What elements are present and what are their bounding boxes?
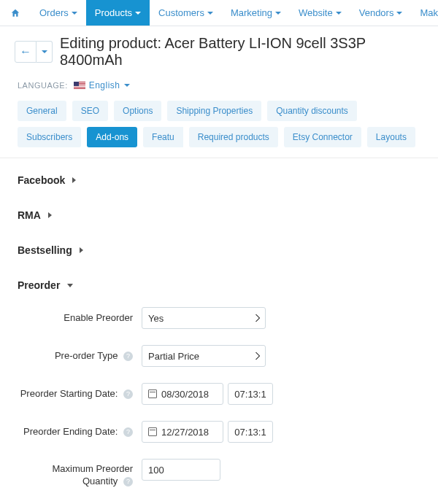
- nav-vendors[interactable]: Vendors: [350, 0, 412, 26]
- row-enable-preorder: Enable Preorder Yes: [18, 307, 420, 329]
- end-date-label: Preorder Ending Date: ?: [18, 426, 142, 438]
- home-icon: [10, 8, 20, 18]
- page-title: Editing product: Acer Battery LI-ION 9ce…: [60, 35, 423, 69]
- section-title: Facebook: [18, 174, 65, 186]
- nav-label: Make An Offer: [420, 7, 438, 18]
- language-label: LANGUAGE:: [18, 81, 68, 90]
- preorder-form: Enable Preorder Yes Pre-order Type ? Par…: [18, 303, 420, 504]
- nav-home[interactable]: [0, 0, 31, 26]
- section-bestselling[interactable]: Bestselling: [18, 233, 420, 268]
- tab-features[interactable]: Featu: [143, 127, 183, 147]
- preorder-type-label: Pre-order Type ?: [18, 350, 142, 363]
- end-date-input[interactable]: 12/27/2018: [142, 421, 223, 443]
- tab-etsy[interactable]: Etsy Connector: [284, 127, 361, 147]
- tab-options[interactable]: Options: [114, 101, 161, 121]
- caret-icon: [72, 12, 77, 15]
- section-preorder[interactable]: Preorder: [18, 268, 420, 303]
- help-icon[interactable]: ?: [123, 352, 133, 361]
- language-value: English: [89, 80, 120, 90]
- sections: Facebook RMA Bestselling Preorder Enable…: [0, 158, 438, 504]
- language-row: LANGUAGE: English: [0, 69, 438, 101]
- nav-label: Products: [95, 7, 132, 18]
- nav-marketing[interactable]: Marketing: [222, 0, 290, 26]
- caret-icon: [207, 12, 213, 15]
- nav-label: Customers: [158, 7, 204, 18]
- page-header: ← Editing product: Acer Battery LI-ION 9…: [0, 26, 438, 69]
- nav-label: Orders: [39, 7, 69, 18]
- tab-subscribers[interactable]: Subscribers: [18, 127, 81, 147]
- flag-us-icon: [74, 82, 85, 90]
- nav-customers[interactable]: Customers: [150, 0, 222, 26]
- date-value: 12/27/2018: [161, 427, 209, 438]
- top-nav: Orders Products Customers Marketing Webs…: [0, 0, 438, 26]
- nav-make-offer[interactable]: Make An Offer: [411, 0, 438, 26]
- section-title: RMA: [18, 209, 41, 221]
- max-qty-label: Maximum Preorder Quantity ?: [18, 459, 142, 488]
- end-time-input[interactable]: [228, 421, 273, 443]
- nav-label: Website: [299, 7, 333, 18]
- section-facebook[interactable]: Facebook: [18, 163, 420, 198]
- chevron-right-icon: [80, 247, 83, 253]
- arrow-left-icon: ←: [20, 45, 31, 58]
- back-button-group: ←: [15, 41, 53, 63]
- language-select[interactable]: English: [74, 80, 130, 90]
- tab-shipping[interactable]: Shipping Properties: [167, 101, 261, 121]
- preorder-type-select[interactable]: Partial Price: [142, 345, 266, 367]
- row-end-date: Preorder Ending Date: ? 12/27/2018: [18, 421, 420, 443]
- tabs: General SEO Options Shipping Properties …: [0, 101, 438, 158]
- caret-icon: [124, 84, 130, 87]
- chevron-right-icon: [48, 212, 52, 218]
- caret-icon: [42, 50, 47, 53]
- tab-addons[interactable]: Add-ons: [87, 127, 137, 147]
- back-button[interactable]: ←: [15, 41, 36, 63]
- start-date-label: Preorder Starting Date: ?: [18, 388, 142, 400]
- chevron-down-icon: [67, 284, 73, 287]
- tab-required-products[interactable]: Required products: [189, 127, 278, 147]
- nav-label: Vendors: [359, 7, 394, 18]
- calendar-icon: [148, 389, 157, 398]
- section-title: Bestselling: [18, 244, 72, 256]
- tab-general[interactable]: General: [18, 101, 66, 121]
- caret-icon: [135, 12, 141, 15]
- caret-icon: [336, 12, 342, 15]
- nav-products[interactable]: Products: [86, 0, 150, 26]
- section-title: Preorder: [18, 279, 60, 291]
- help-icon[interactable]: ?: [123, 427, 133, 437]
- nav-label: Marketing: [231, 7, 272, 18]
- back-dropdown[interactable]: [36, 41, 53, 63]
- section-rma[interactable]: RMA: [18, 198, 420, 233]
- tab-seo[interactable]: SEO: [72, 101, 108, 121]
- help-icon[interactable]: ?: [123, 389, 133, 399]
- tab-layouts[interactable]: Layouts: [367, 127, 415, 147]
- chevron-right-icon: [72, 177, 76, 183]
- date-value: 08/30/2018: [161, 389, 209, 400]
- calendar-icon: [148, 427, 157, 436]
- start-time-input[interactable]: [228, 383, 273, 405]
- caret-icon: [396, 12, 402, 15]
- caret-icon: [275, 12, 281, 15]
- start-date-input[interactable]: 08/30/2018: [142, 383, 223, 405]
- enable-preorder-select[interactable]: Yes: [142, 307, 266, 329]
- row-start-date: Preorder Starting Date: ? 08/30/2018: [18, 383, 420, 405]
- row-preorder-type: Pre-order Type ? Partial Price: [18, 345, 420, 367]
- help-icon[interactable]: ?: [123, 477, 133, 486]
- nav-website[interactable]: Website: [290, 0, 350, 26]
- row-max-qty: Maximum Preorder Quantity ?: [18, 459, 420, 488]
- enable-preorder-label: Enable Preorder: [18, 312, 142, 325]
- max-qty-input[interactable]: [142, 459, 220, 481]
- tab-qty-discounts[interactable]: Quantity discounts: [267, 101, 357, 121]
- nav-orders[interactable]: Orders: [31, 0, 86, 26]
